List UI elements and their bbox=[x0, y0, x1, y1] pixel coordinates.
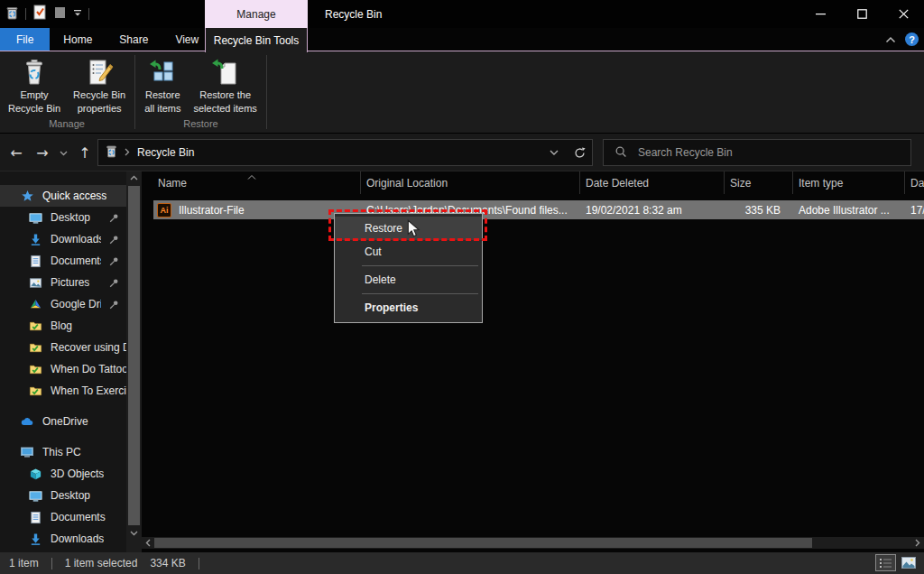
sidebar-item-documents-pc[interactable]: Documents bbox=[0, 506, 126, 528]
ribbon-separator bbox=[134, 55, 135, 129]
properties-check-icon[interactable] bbox=[32, 5, 47, 23]
scroll-up-icon[interactable] bbox=[126, 171, 142, 184]
column-header-date-deleted[interactable]: Date Deleted bbox=[580, 171, 725, 194]
restore-selected-items-button[interactable]: Restore the selected items bbox=[189, 54, 263, 117]
file-row-selected[interactable]: Ai Illustrator-File C:\Users\Jordan\Docu… bbox=[153, 200, 924, 219]
button-label: properties bbox=[78, 103, 122, 115]
search-input[interactable]: Search Recycle Bin bbox=[603, 139, 911, 166]
context-menu-item-cut[interactable]: Cut bbox=[335, 240, 482, 264]
adobe-illustrator-file-icon: Ai bbox=[157, 203, 171, 218]
ribbon-group-restore: Restore all items Restore the selected i… bbox=[136, 51, 265, 133]
sidebar-item-blog[interactable]: Blog bbox=[0, 315, 126, 337]
scroll-left-icon[interactable] bbox=[142, 537, 154, 549]
sidebar-item-pictures[interactable]: Pictures bbox=[0, 272, 126, 293]
sidebar-item-google-drive[interactable]: Google Drive bbox=[0, 293, 126, 315]
sidebar-item-3d-objects[interactable]: 3D Objects bbox=[0, 463, 126, 485]
sidebar-item-quick-access[interactable]: Quick access bbox=[0, 185, 126, 207]
address-bar[interactable]: Recycle Bin bbox=[97, 139, 593, 166]
sidebar-item-desktop-pc[interactable]: Desktop bbox=[0, 485, 126, 506]
scroll-down-icon[interactable] bbox=[126, 527, 142, 540]
title-bar: Manage Recycle Bin bbox=[0, 0, 924, 28]
sidebar-item-recover-using-d[interactable]: Recover using D bbox=[0, 337, 126, 358]
ribbon-group-manage: Empty Recycle Bin Recycle Bin properties… bbox=[0, 51, 134, 133]
sidebar-item-onedrive[interactable]: OneDrive bbox=[0, 411, 126, 432]
empty-recycle-bin-button[interactable]: Empty Recycle Bin bbox=[3, 54, 66, 117]
recent-locations-chevron-icon[interactable] bbox=[60, 146, 68, 159]
pin-icon bbox=[109, 278, 119, 288]
pin-icon bbox=[109, 235, 119, 245]
details-view-button[interactable] bbox=[875, 554, 896, 571]
forward-button[interactable]: → bbox=[33, 144, 51, 162]
button-label: Restore the bbox=[199, 89, 251, 101]
close-button[interactable] bbox=[882, 0, 924, 28]
sidebar-item-downloads-pc[interactable]: Downloads bbox=[0, 528, 126, 550]
sidebar-item-documents[interactable]: Documents bbox=[0, 250, 126, 272]
sidebar-item-label: Documents bbox=[51, 511, 106, 523]
navigation-bar: ← → ↑ Recycle Bin Search Recycle Bin bbox=[0, 134, 924, 171]
context-menu-item-delete[interactable]: Delete bbox=[335, 268, 482, 292]
documents-icon bbox=[28, 254, 42, 268]
sidebar-item-desktop[interactable]: Desktop bbox=[0, 207, 126, 228]
sidebar-item-label: This PC bbox=[42, 446, 81, 458]
menu-separator bbox=[362, 265, 478, 266]
google-drive-icon bbox=[28, 297, 42, 311]
address-dropdown-chevron-icon[interactable] bbox=[541, 140, 567, 165]
restore-all-items-button[interactable]: Restore all items bbox=[139, 54, 186, 117]
mouse-cursor bbox=[407, 219, 420, 241]
status-separator bbox=[51, 558, 52, 569]
sidebar-item-label: Downloads bbox=[51, 532, 104, 545]
sidebar-item-label: Pictures bbox=[51, 276, 89, 289]
sidebar-item-label: Blog bbox=[51, 319, 72, 332]
thumbnail-view-button[interactable] bbox=[898, 554, 919, 571]
ribbon: Empty Recycle Bin Recycle Bin properties… bbox=[0, 51, 924, 134]
documents-icon bbox=[28, 510, 42, 524]
back-button[interactable]: ← bbox=[7, 144, 25, 162]
customize-toolbar-chevron-icon[interactable] bbox=[73, 7, 82, 20]
column-header-date-2[interactable]: Dat bbox=[905, 171, 924, 194]
collapse-ribbon-chevron-icon[interactable] bbox=[885, 33, 896, 46]
pin-icon bbox=[109, 256, 119, 266]
sidebar-item-label: Google Drive bbox=[51, 298, 101, 310]
sidebar-item-label: When Do Tattoo bbox=[51, 363, 126, 375]
recycle-bin-properties-button[interactable]: Recycle Bin properties bbox=[68, 54, 131, 117]
contextual-tab-header[interactable]: Manage bbox=[205, 0, 308, 28]
sidebar-scrollbar[interactable] bbox=[126, 171, 142, 552]
tab-home[interactable]: Home bbox=[50, 28, 106, 51]
folder-icon[interactable] bbox=[53, 5, 67, 22]
column-header-original-location[interactable]: Original Location bbox=[361, 171, 580, 194]
column-header-size[interactable]: Size bbox=[725, 171, 793, 194]
file-name: Illustrator-File bbox=[179, 204, 245, 217]
tab-share[interactable]: Share bbox=[106, 28, 162, 51]
desktop-icon bbox=[28, 210, 42, 225]
sort-ascending-icon bbox=[247, 170, 256, 182]
sidebar-item-downloads[interactable]: Downloads bbox=[0, 228, 126, 250]
sidebar-item-label: Desktop bbox=[51, 489, 90, 502]
column-headers: Name Original Location Date Deleted Size… bbox=[142, 171, 924, 194]
button-label: Recycle Bin bbox=[73, 89, 125, 101]
context-menu-item-properties[interactable]: Properties bbox=[335, 296, 482, 319]
menu-separator bbox=[362, 293, 478, 294]
downloads-icon bbox=[28, 232, 42, 246]
scrollbar-thumb[interactable] bbox=[128, 186, 140, 525]
help-icon[interactable]: ? bbox=[905, 32, 919, 46]
toolbar-separator bbox=[88, 8, 89, 20]
up-button[interactable]: ↑ bbox=[76, 144, 94, 162]
tab-file[interactable]: File bbox=[0, 28, 50, 51]
sidebar-item-when-to-exercis[interactable]: When To Exercis bbox=[0, 380, 126, 402]
maximize-button[interactable] bbox=[841, 0, 882, 28]
breadcrumb-location[interactable]: Recycle Bin bbox=[137, 146, 194, 159]
scrollbar-thumb[interactable] bbox=[154, 538, 812, 548]
minimize-button[interactable] bbox=[799, 0, 841, 28]
scroll-right-icon[interactable] bbox=[911, 537, 924, 549]
refresh-icon[interactable] bbox=[567, 140, 592, 165]
sidebar-item-when-do-tattoo[interactable]: When Do Tattoo bbox=[0, 358, 126, 380]
window-title: Recycle Bin bbox=[325, 0, 382, 28]
horizontal-scrollbar[interactable] bbox=[142, 537, 924, 549]
tab-recycle-bin-tools[interactable]: Recycle Bin Tools bbox=[205, 28, 308, 52]
onedrive-cloud-icon bbox=[20, 414, 34, 429]
recycle-bin-icon[interactable] bbox=[5, 5, 19, 23]
quick-access-star-icon bbox=[20, 189, 34, 203]
desktop-icon bbox=[28, 488, 42, 503]
sidebar-item-this-pc[interactable]: This PC bbox=[0, 441, 126, 463]
column-header-item-type[interactable]: Item type bbox=[793, 171, 905, 194]
